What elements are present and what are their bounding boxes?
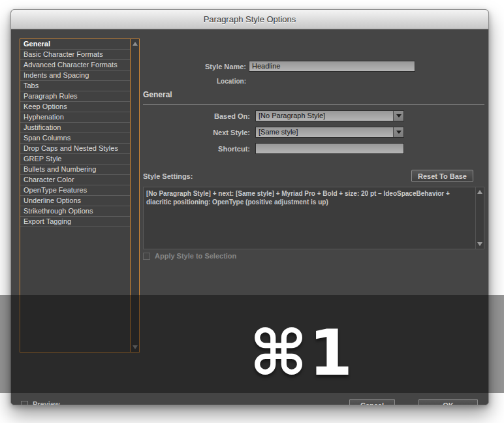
shortcut-input[interactable]	[255, 143, 404, 154]
apply-style-checkbox-label: Apply Style to Selection	[155, 252, 236, 260]
reset-to-base-button[interactable]: Reset To Base	[411, 170, 473, 182]
sidebar-item-keep-options[interactable]: Keep Options	[20, 102, 130, 112]
style-name-input[interactable]: Headline	[249, 61, 415, 72]
preview-checkbox-label: Preview	[33, 400, 60, 405]
sidebar-item-strikethrough-options[interactable]: Strikethrough Options	[20, 206, 130, 217]
scroll-down-icon[interactable]	[133, 345, 138, 349]
based-on-value: [No Paragraph Style]	[256, 111, 393, 121]
style-name-label: Style Name:	[142, 63, 246, 70]
scroll-down-icon[interactable]	[477, 242, 482, 246]
next-style-value: [Same style]	[256, 127, 393, 137]
sidebar-item-export-tagging[interactable]: Export Tagging	[20, 217, 130, 227]
based-on-dropdown-button[interactable]	[393, 111, 403, 121]
sidebar-item-hyphenation[interactable]: Hyphenation	[20, 112, 130, 123]
sidebar-item-justification[interactable]: Justification	[20, 123, 130, 133]
shortcut-label: Shortcut:	[146, 145, 250, 153]
style-settings-text: [No Paragraph Style] + next: [Same style…	[144, 187, 475, 249]
dialog-content: General Basic Character Formats Advanced…	[11, 30, 488, 405]
paragraph-style-options-dialog: Paragraph Style Options General Basic Ch…	[10, 9, 489, 405]
sidebar-scrollbar[interactable]	[130, 39, 139, 352]
sidebar-item-bullets-and-numbering[interactable]: Bullets and Numbering	[20, 164, 130, 175]
general-section-heading: General	[143, 90, 172, 99]
style-settings-box[interactable]: [No Paragraph Style] + next: [Same style…	[143, 187, 484, 249]
style-category-rows: General Basic Character Formats Advanced…	[20, 39, 130, 352]
preview-row[interactable]: Preview	[21, 400, 60, 405]
scroll-up-icon[interactable]	[477, 190, 482, 194]
sidebar-item-tabs[interactable]: Tabs	[20, 81, 130, 91]
sidebar-item-underline-options[interactable]: Underline Options	[20, 196, 130, 206]
sidebar-item-indents-and-spacing[interactable]: Indents and Spacing	[20, 70, 130, 81]
style-category-list: General Basic Character Formats Advanced…	[20, 39, 140, 352]
style-settings-label: Style Settings:	[143, 172, 247, 180]
apply-style-checkbox[interactable]	[143, 253, 150, 260]
sidebar-item-basic-character-formats[interactable]: Basic Character Formats	[20, 50, 130, 60]
scroll-up-icon[interactable]	[133, 42, 138, 46]
based-on-dropdown[interactable]: [No Paragraph Style]	[255, 110, 404, 121]
dialog-title: Paragraph Style Options	[204, 14, 296, 24]
sidebar-item-general[interactable]: General	[20, 39, 130, 50]
chevron-down-icon	[396, 114, 402, 118]
location-label: Location:	[142, 78, 246, 85]
chevron-down-icon	[396, 131, 402, 134]
sidebar-item-opentype-features[interactable]: OpenType Features	[20, 185, 130, 196]
sidebar-item-drop-caps-and-nested-styles[interactable]: Drop Caps and Nested Styles	[20, 144, 130, 154]
apply-style-to-selection-row[interactable]: Apply Style to Selection	[143, 252, 236, 260]
based-on-label: Based On:	[146, 112, 250, 120]
next-style-dropdown[interactable]: [Same style]	[255, 127, 404, 138]
sidebar-item-grep-style[interactable]: GREP Style	[20, 154, 130, 164]
cancel-button[interactable]: Cancel	[349, 399, 395, 405]
section-divider	[143, 104, 484, 105]
preview-checkbox[interactable]	[21, 401, 28, 406]
settings-scrollbar[interactable]	[475, 187, 484, 249]
sidebar-item-paragraph-rules[interactable]: Paragraph Rules	[20, 91, 130, 102]
title-bar[interactable]: Paragraph Style Options	[11, 10, 488, 29]
sidebar-item-character-color[interactable]: Character Color	[20, 175, 130, 185]
next-style-dropdown-button[interactable]	[393, 127, 403, 137]
next-style-label: Next Style:	[146, 129, 250, 136]
ok-button[interactable]: OK	[418, 399, 478, 405]
sidebar-item-span-columns[interactable]: Span Columns	[20, 133, 130, 144]
sidebar-item-advanced-character-formats[interactable]: Advanced Character Formats	[20, 60, 130, 70]
